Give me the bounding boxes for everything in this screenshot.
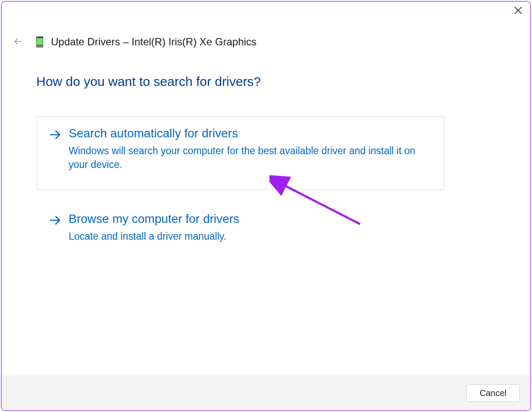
page-heading: How do you want to search for drivers? [36,74,496,89]
dialog-footer: Cancel [2,376,530,410]
option-description: Windows will search your computer for th… [69,144,427,171]
option-browse-computer[interactable]: Browse my computer for drivers Locate an… [36,202,444,262]
device-icon [36,36,43,48]
option-title: Browse my computer for drivers [69,212,239,226]
option-body: Search automatically for drivers Windows… [69,127,427,171]
back-arrow-icon [13,37,23,48]
arrow-right-icon [49,128,63,142]
dialog-header: Update Drivers – Intel(R) Iris(R) Xe Gra… [2,2,530,48]
close-icon [514,6,522,16]
option-description: Locate and install a driver manually. [69,229,239,243]
cancel-button[interactable]: Cancel [466,384,520,402]
dialog-content: How do you want to search for drivers? S… [2,48,530,376]
update-drivers-dialog: Update Drivers – Intel(R) Iris(R) Xe Gra… [1,1,531,411]
dialog-title: Update Drivers – Intel(R) Iris(R) Xe Gra… [51,36,256,48]
close-button[interactable] [506,2,530,21]
option-title: Search automatically for drivers [69,127,427,140]
back-button[interactable] [12,36,24,48]
arrow-right-icon [49,214,63,228]
option-search-automatically[interactable]: Search automatically for drivers Windows… [36,117,444,190]
option-body: Browse my computer for drivers Locate an… [69,212,239,243]
titlebar [506,2,530,23]
